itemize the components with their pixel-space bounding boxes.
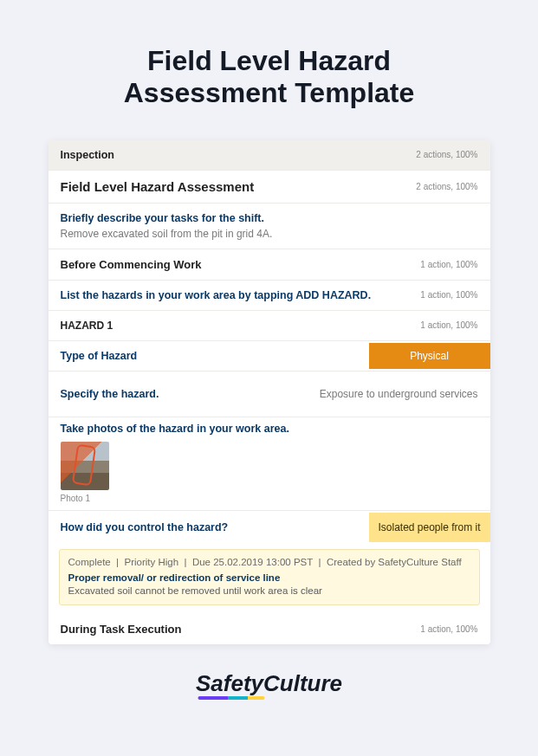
control-row: How did you control the hazard? Isolated…: [49, 511, 490, 544]
hazard1-label: HAZARD 1: [61, 320, 113, 332]
list-hazards-meta: 1 action, 100%: [420, 290, 477, 300]
action-box: Complete | Priority High | Due 25.02.201…: [59, 549, 480, 605]
template-card: Inspection 2 actions, 100% Field Level H…: [49, 140, 490, 645]
brand-underline-icon: [198, 696, 264, 700]
tasks-prompt: Briefly describe your tasks for the shif…: [61, 212, 265, 224]
specify-row: Specify the hazard. Exposure to undergro…: [49, 372, 490, 418]
photos-prompt: Take photos of the hazard in your work a…: [61, 423, 478, 435]
page-title: Field Level Hazard Assessment Template: [0, 0, 538, 130]
brand-text: SafetyCulture: [196, 670, 342, 696]
during-meta: 1 action, 100%: [420, 624, 477, 634]
brand-logo: SafetyCulture: [196, 670, 342, 697]
before-heading-row: Before Commencing Work 1 action, 100%: [49, 249, 490, 281]
inspection-label: Inspection: [61, 149, 115, 161]
type-label: Type of Hazard: [61, 341, 138, 371]
tasks-value-row: Remove excavated soil from the pit in gr…: [49, 226, 490, 249]
inspection-meta: 2 actions, 100%: [416, 150, 477, 159]
photos-block: Take photos of the hazard in your work a…: [49, 417, 490, 511]
tasks-prompt-row: Briefly describe your tasks for the shif…: [49, 204, 490, 226]
assessment-title: Field Level Hazard Assessment: [61, 179, 255, 194]
action-priority: Priority High: [125, 557, 179, 567]
list-hazards-row: List the hazards in your work area by ta…: [49, 281, 490, 311]
assessment-meta: 2 actions, 100%: [416, 182, 477, 191]
list-hazards-prompt: List the hazards in your work area by ta…: [61, 289, 372, 301]
before-heading: Before Commencing Work: [61, 258, 202, 271]
tasks-value: Remove excavated soil from the pit in gr…: [61, 228, 273, 240]
action-meta: Complete | Priority High | Due 25.02.201…: [68, 557, 470, 567]
control-prompt: How did you control the hazard?: [61, 511, 229, 544]
inspection-header: Inspection 2 actions, 100%: [49, 140, 490, 171]
before-meta: 1 action, 100%: [420, 260, 477, 269]
action-subtitle: Excavated soil cannot be removed until w…: [68, 585, 470, 596]
hazard1-meta: 1 action, 100%: [420, 320, 477, 330]
control-value-badge[interactable]: Isolated people from it: [369, 513, 490, 542]
during-heading-row: During Task Execution 1 action, 100%: [49, 614, 490, 644]
hazard1-row: HAZARD 1 1 action, 100%: [49, 311, 490, 341]
action-due: Due 25.02.2019 13:00 PST: [192, 557, 313, 567]
specify-prompt: Specify the hazard.: [61, 388, 159, 400]
type-of-hazard-row: Type of Hazard Physical: [49, 341, 490, 372]
hazard-photo-thumb[interactable]: [61, 442, 109, 490]
assessment-title-row: Field Level Hazard Assessment 2 actions,…: [49, 171, 490, 204]
specify-value: Exposure to underground services: [320, 387, 478, 402]
action-created: Created by SafetyCulture Staff: [327, 557, 462, 567]
during-heading: During Task Execution: [61, 623, 182, 636]
action-status: Complete: [68, 557, 111, 567]
photo-caption: Photo 1: [61, 494, 478, 503]
action-title: Proper removal/ or redirection of servic…: [68, 572, 470, 583]
type-value-badge[interactable]: Physical: [369, 343, 490, 369]
